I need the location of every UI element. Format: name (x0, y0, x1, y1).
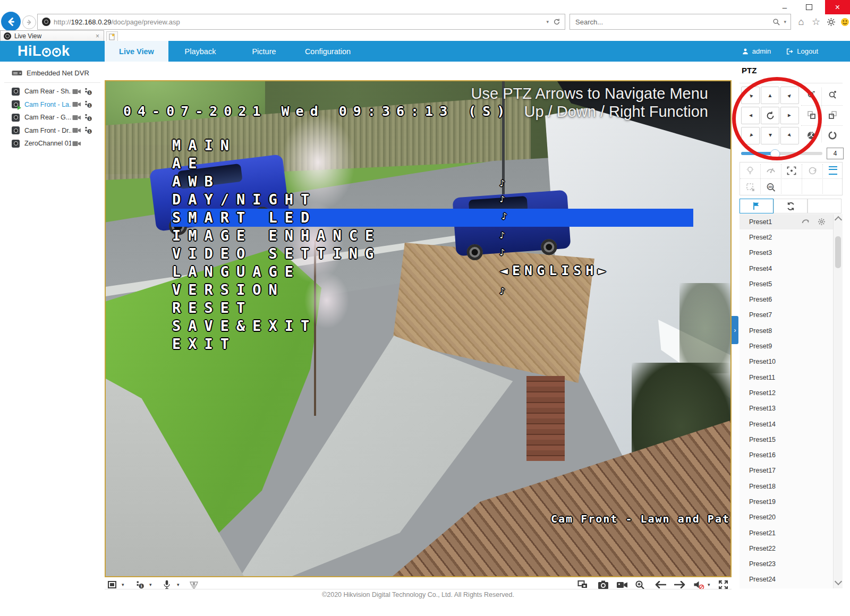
url-dropdown-caret-icon[interactable]: ▾ (546, 19, 549, 24)
channel-item[interactable]: Cam Front - Dr... 1 (0, 124, 105, 138)
search-input[interactable]: Search... ▾ (570, 14, 791, 30)
home-icon[interactable]: ⌂ (794, 15, 808, 29)
preset-item[interactable]: Preset7 (740, 307, 833, 323)
preset-item[interactable]: Preset12 (740, 385, 833, 400)
channel-item[interactable]: Cam Front - La... 1 (0, 98, 105, 112)
ptz-up-button[interactable]: ▲ (761, 87, 779, 104)
call-preset-icon[interactable] (802, 218, 810, 225)
live-video-viewport[interactable]: 04-07-2021 Wed 09:36:13 (S) Use PTZ Arro… (105, 80, 732, 577)
tab-patrol[interactable] (774, 199, 808, 213)
scroll-down-icon[interactable] (835, 578, 842, 585)
zoom-in-button[interactable] (822, 87, 843, 103)
ptz-speed-slider[interactable] (741, 152, 822, 155)
channel-item[interactable]: ZeroChannel 01 1 (0, 137, 105, 150)
preset-settings-gear-icon[interactable] (818, 218, 826, 226)
scroll-up-icon[interactable] (834, 216, 842, 224)
browser-forward-button[interactable] (22, 15, 36, 29)
zoom-out-button[interactable] (801, 87, 821, 103)
preset-item[interactable]: Preset19 (740, 494, 833, 509)
preset-item[interactable]: Preset2 (740, 229, 833, 245)
logout-button[interactable]: Logout (786, 47, 818, 55)
tab-close-icon[interactable]: × (96, 32, 99, 40)
start-recording-icon[interactable] (72, 140, 81, 147)
wiper-button[interactable] (761, 162, 781, 178)
browser-back-button[interactable] (1, 12, 21, 31)
preset-item[interactable]: Preset1 (740, 214, 833, 229)
ptz-left-button[interactable]: ▲ (741, 107, 760, 124)
favorites-star-icon[interactable]: ☆ (809, 15, 823, 29)
preset-item[interactable]: Preset3 (740, 245, 833, 261)
stream-select-icon[interactable]: 1 (84, 88, 92, 96)
tab-empty[interactable] (808, 199, 842, 213)
nav-tab-live-view[interactable]: Live View (105, 41, 168, 62)
focus-near-button[interactable] (801, 107, 821, 123)
preset-item[interactable]: Preset10 (740, 354, 833, 370)
stream-select-icon[interactable]: 1 (84, 114, 92, 122)
scrollbar-thumb[interactable] (835, 236, 841, 268)
start-recording-icon[interactable] (72, 114, 81, 121)
preset-item[interactable]: Preset23 (740, 557, 833, 572)
zoom-3d-button[interactable]: 3D (761, 179, 781, 195)
refresh-icon[interactable] (553, 18, 560, 25)
user-menu[interactable]: admin (742, 47, 771, 55)
preset-item[interactable]: Preset6 (740, 292, 833, 307)
arrow-up-icon: ▲ (768, 92, 773, 98)
nav-tab-picture[interactable]: Picture (232, 41, 296, 62)
auxiliary-focus-button[interactable] (781, 162, 802, 178)
browser-tab-live-view[interactable]: Live View × (0, 30, 104, 41)
tab-presets[interactable] (740, 199, 774, 213)
start-recording-icon[interactable] (72, 101, 81, 108)
search-dropdown-caret-icon[interactable]: ▾ (784, 19, 786, 24)
preset-item[interactable]: Preset14 (740, 416, 833, 432)
preset-item[interactable]: Preset24 (740, 572, 833, 587)
osd-camera-name: Cam Front - Lawn and Pat (551, 512, 730, 525)
ptz-speed-value[interactable]: 4 (827, 148, 844, 159)
ptz-up-right-button[interactable]: ▲ (780, 87, 799, 104)
start-recording-icon[interactable] (72, 88, 81, 95)
ptz-down-left-button[interactable]: ▲ (741, 127, 760, 144)
search-icon[interactable] (772, 18, 780, 26)
iris-open-button[interactable] (822, 127, 843, 143)
preset-item[interactable]: Preset4 (740, 261, 833, 276)
nav-tab-playback[interactable]: Playback (168, 41, 232, 62)
menu-button[interactable] (823, 162, 843, 178)
lens-initialize-button[interactable] (802, 162, 822, 178)
preset-item[interactable]: Preset15 (740, 432, 833, 447)
preset-item[interactable]: Preset5 (740, 276, 833, 292)
preset-item[interactable]: Preset18 (740, 478, 833, 494)
stream-select-icon[interactable]: 1 (84, 100, 92, 108)
preset-item[interactable]: Preset9 (740, 338, 833, 354)
focus-far-button[interactable] (822, 107, 843, 123)
ptz-down-button[interactable]: ▲ (761, 127, 779, 144)
start-recording-icon[interactable] (72, 127, 81, 134)
preset-item[interactable]: Preset16 (740, 447, 833, 463)
iris-close-button[interactable] (801, 127, 821, 143)
preset-item[interactable]: Preset13 (740, 401, 833, 416)
stream-select-icon[interactable]: 1 (84, 126, 92, 134)
url-input[interactable]: http://192.168.0.29/doc/page/preview.asp… (37, 14, 565, 30)
ptz-down-right-button[interactable]: ▲ (780, 127, 799, 144)
channel-item[interactable]: Cam Rear - Sh... 1 (0, 85, 105, 98)
preset-item[interactable]: Preset22 (740, 541, 833, 556)
panel-collapse-handle[interactable]: › (732, 316, 738, 344)
preset-item[interactable]: Preset21 (740, 525, 833, 541)
slider-thumb[interactable] (770, 149, 780, 159)
ptz-up-left-button[interactable]: ▲ (741, 87, 760, 104)
preset-item[interactable]: Preset20 (740, 510, 833, 525)
preset-scrollbar[interactable] (833, 214, 843, 588)
osd-timestamp: 04-07-2021 Wed 09:36:13 (S) (123, 104, 511, 119)
preset-item[interactable]: Preset8 (740, 323, 833, 338)
new-tab-button[interactable] (106, 31, 118, 42)
ptz-right-button[interactable]: ▲ (780, 107, 799, 124)
device-root[interactable]: Embedded Net DVR (0, 62, 105, 81)
nav-tab-configuration[interactable]: Configuration (296, 41, 360, 62)
channel-item[interactable]: Cam Rear - G... 1 (0, 111, 105, 124)
settings-gear-icon[interactable] (824, 15, 838, 29)
preset-item[interactable]: Preset11 (740, 370, 833, 385)
smiley-feedback-icon[interactable] (838, 15, 850, 29)
preset-item[interactable]: Preset17 (740, 463, 833, 478)
ptz-auto-scan-button[interactable] (761, 107, 779, 124)
light-button[interactable] (740, 162, 760, 178)
manual-tracking-button[interactable] (740, 179, 760, 195)
osd-menu-item: SMART LED (171, 209, 693, 227)
